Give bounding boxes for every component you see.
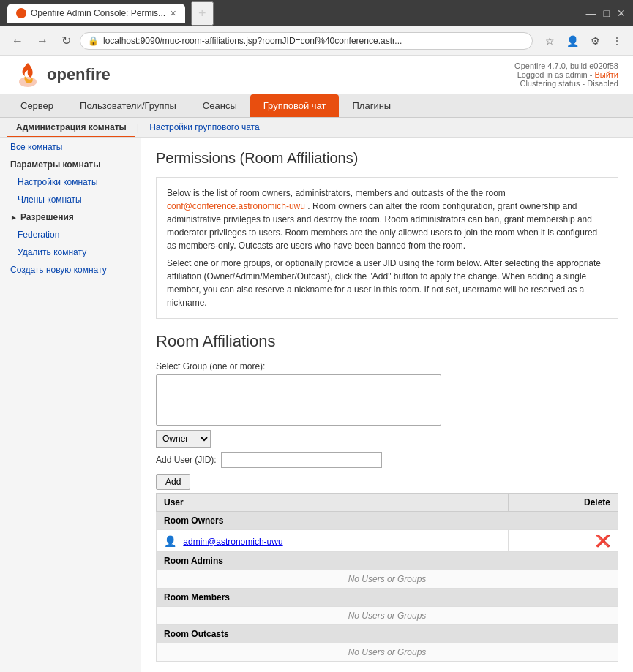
room-admins-empty: No Users or Groups [157,570,618,589]
main-content: Permissions (Room Affiliations) Below is… [141,138,633,672]
col-user: User [157,494,509,512]
room-outcasts-empty: No Users or Groups [157,643,618,662]
user-link[interactable]: admin@astronomich-uwu [183,537,282,547]
app-header: openfire Openfire 4.7.0, build e020f58 L… [0,56,633,94]
sidebar-item-delete-room[interactable]: Удалить комнату [0,243,141,261]
section-room-admins: Room Admins [157,552,618,570]
browser-tab[interactable]: Openfire Admin Console: Permis... ✕ [7,4,185,23]
window-controls: — □ ✕ [586,7,626,19]
back-button[interactable]: ← [7,31,28,50]
group-select[interactable] [156,374,441,426]
group-select-container [156,374,618,426]
jid-row: Add User (JID): [156,452,618,468]
version-info: Openfire 4.7.0, build e020f58 [514,61,618,70]
table-header-row: User Delete [157,494,618,512]
second-nav-group-chat-settings[interactable]: Настройки группового чата [141,118,269,137]
page-title: Permissions (Room Affiliations) [156,150,618,167]
bookmark-icon[interactable]: ☆ [542,33,558,49]
col-delete: Delete [509,494,618,512]
section-room-members: Room Members [157,589,618,607]
sidebar: Все комнаты Параметры комнаты Настройки … [0,138,141,672]
login-info: Logged in as admin - Выйти [514,70,618,79]
logo-container: openfire [15,61,111,88]
forward-button[interactable]: → [32,31,53,50]
delete-button[interactable]: ❌ [596,534,610,548]
affiliation-select[interactable]: Owner Admin Member Outcast [156,430,211,448]
reload-button[interactable]: ↻ [57,31,75,50]
logout-link[interactable]: Выйти [594,70,618,79]
info-paragraph-2: Select one or more groups, or optionally… [167,257,607,309]
group-label: Select Group (one or more): [156,361,618,371]
delete-cell: ❌ [509,530,618,552]
maximize-button[interactable]: □ [604,7,610,19]
main-nav: Сервер Пользователи/Группы Сеансы Группо… [0,94,633,118]
sidebar-item-federation[interactable]: Federation [0,226,141,243]
sidebar-section-room-params: Параметры комнаты [0,156,141,173]
extensions-icon[interactable]: ⚙ [587,33,604,49]
second-nav-room-admin[interactable]: Администрация комнаты [7,118,135,137]
sidebar-item-permissions[interactable]: ► Разрешения [0,208,141,226]
expand-arrow-icon: ► [10,214,18,222]
new-tab-button[interactable]: + [191,1,214,26]
info-paragraph-1: Below is the list of room owners, admini… [167,186,607,252]
jid-label: Add User (JID): [156,455,217,465]
room-members-empty: No Users or Groups [157,607,618,625]
tab-close-button[interactable]: ✕ [170,9,176,18]
section-room-outcasts: Room Outcasts [157,625,618,643]
profile-icon[interactable]: 👤 [563,33,583,49]
user-cell: 👤 admin@astronomich-uwu [157,530,509,552]
menu-icon[interactable]: ⋮ [608,33,626,49]
minimize-button[interactable]: — [586,7,596,19]
sidebar-item-room-settings[interactable]: Настройки комнаты [0,173,141,191]
room-link[interactable]: conf@conference.astronomich-uwu [167,201,305,211]
clustering-status: Clustering status - Disabled [514,79,618,88]
section-room-owners: Room Owners [157,512,618,530]
browser-titlebar: Openfire Admin Console: Permis... ✕ + — … [0,0,633,26]
address-bar[interactable] [103,36,525,46]
section-title: Room Affiliations [156,332,618,351]
sidebar-item-all-rooms[interactable]: Все комнаты [0,138,141,156]
nav-sessions[interactable]: Сеансы [190,94,250,117]
toolbar-icons: ☆ 👤 ⚙ ⋮ [542,33,626,49]
browser-toolbar: ← → ↻ 🔒 ☆ 👤 ⚙ ⋮ [0,26,633,56]
content-layout: Все комнаты Параметры комнаты Настройки … [0,138,633,672]
sidebar-item-room-members[interactable]: Члены комнаты [0,191,141,208]
address-bar-container: 🔒 [80,32,533,50]
lock-icon: 🔒 [88,36,99,46]
tab-title: Openfire Admin Console: Permis... [31,8,165,18]
table-row: 👤 admin@astronomich-uwu ❌ [157,530,618,552]
second-nav: Администрация комнаты | Настройки группо… [0,118,633,138]
header-info: Openfire 4.7.0, build e020f58 Logged in … [514,61,618,88]
add-button[interactable]: Add [156,474,190,490]
nav-server[interactable]: Сервер [7,94,67,117]
logo-text: openfire [47,65,111,84]
info-box: Below is the list of room owners, admini… [156,177,618,319]
close-button[interactable]: ✕ [617,7,626,19]
tab-favicon-icon [16,8,26,18]
logo-flame-icon [15,61,41,88]
affiliations-table: User Delete Room Owners 👤 admin@astronom… [156,493,618,662]
jid-input[interactable] [221,452,382,468]
nav-users-groups[interactable]: Пользователи/Группы [67,94,190,117]
user-icon: 👤 [164,535,176,547]
affiliation-row: Owner Admin Member Outcast [156,430,618,448]
nav-plugins[interactable]: Плагины [339,94,404,117]
nav-divider: | [135,118,141,137]
nav-group-chat[interactable]: Групповой чат [250,94,340,117]
sidebar-item-create-room[interactable]: Создать новую комнату [0,261,141,279]
